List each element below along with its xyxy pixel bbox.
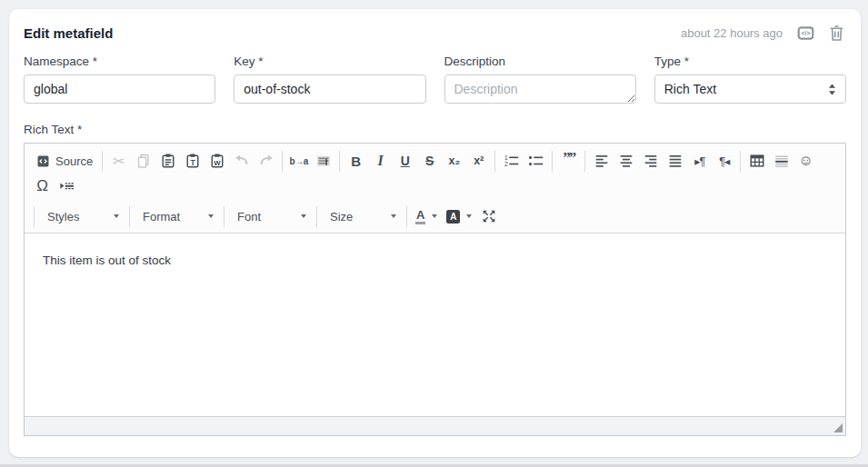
smiley-button[interactable]: ☺ (793, 149, 818, 173)
cut-button[interactable]: ✂ (106, 149, 131, 173)
source-button[interactable]: Source (30, 149, 98, 173)
justify-icon (667, 153, 683, 169)
rich-text-editor: Source ✂ T W (24, 143, 846, 436)
select-all-button[interactable] (311, 149, 335, 173)
copy-button[interactable] (131, 149, 155, 173)
align-center-button[interactable] (614, 149, 638, 173)
cut-icon: ✂ (113, 153, 125, 170)
editor-content-text: This item is out of stock (43, 253, 171, 267)
maximize-icon (481, 208, 497, 224)
paste-text-icon: T (185, 153, 201, 169)
namespace-label: Namespace * (24, 55, 215, 68)
toolbar-separator (224, 206, 224, 227)
text-direction-ltr-button[interactable]: ▸¶ (687, 149, 712, 173)
underline-button[interactable]: U (393, 149, 417, 173)
paste-icon (160, 153, 176, 169)
namespace-field-group: Namespace * (24, 55, 215, 107)
toolbar-separator (494, 151, 495, 172)
paste-button[interactable] (155, 149, 180, 173)
bold-icon: B (351, 154, 361, 169)
blockquote-button[interactable]: ”” (556, 149, 581, 173)
strikethrough-button[interactable]: S (417, 149, 442, 173)
chevron-down-icon (432, 214, 437, 218)
underline-icon: U (401, 154, 410, 168)
paste-plain-text-button[interactable]: T (180, 149, 205, 173)
type-select[interactable]: Rich Text (654, 75, 846, 104)
replace-button[interactable]: b→a (286, 149, 311, 173)
redo-icon (258, 153, 274, 169)
align-right-icon (643, 153, 659, 169)
editor-resize-handle[interactable] (833, 423, 843, 432)
select-all-icon (315, 153, 332, 169)
background-color-icon: A (446, 210, 460, 224)
editor-content[interactable]: This item is out of stock (25, 234, 845, 416)
toolbar-separator (584, 151, 585, 172)
rich-text-label: Rich Text * (24, 123, 846, 136)
svg-text:1: 1 (504, 154, 508, 161)
bulleted-list-button[interactable] (524, 149, 548, 173)
background-color-button[interactable]: A (442, 204, 476, 228)
chevron-down-icon (466, 214, 472, 218)
page-title: Edit metafield (24, 25, 113, 41)
namespace-input[interactable] (24, 75, 215, 104)
last-updated-timestamp: about 22 hours ago (681, 26, 783, 40)
text-direction-rtl-button[interactable]: ¶◂ (712, 149, 736, 173)
source-icon (35, 154, 51, 169)
format-combo[interactable]: Format (134, 204, 220, 228)
replace-icon: b→a (290, 156, 308, 166)
horizontal-rule-icon (773, 153, 790, 169)
size-combo[interactable]: Size (321, 204, 403, 228)
chevron-down-icon (391, 214, 396, 218)
maximize-button[interactable] (476, 204, 501, 228)
strikethrough-icon: S (425, 154, 434, 168)
toolbar-separator (129, 206, 130, 227)
undo-button[interactable] (229, 149, 254, 173)
align-center-icon (618, 153, 634, 169)
styles-combo[interactable]: Styles (38, 204, 125, 228)
toolbar-separator (316, 206, 317, 227)
undo-icon (234, 153, 250, 169)
key-label: Key * (234, 55, 425, 68)
rtl-icon: ¶◂ (719, 154, 729, 168)
subscript-button[interactable]: x₂ (442, 149, 466, 173)
italic-button[interactable]: I (368, 149, 393, 173)
superscript-icon: x² (474, 154, 484, 167)
view-code-icon[interactable]: </> (796, 24, 815, 43)
bulleted-list-icon (528, 153, 544, 169)
key-field-group: Key * (234, 55, 425, 107)
key-input[interactable] (234, 75, 425, 104)
editor-footer (25, 416, 845, 435)
toolbar-row-3: Styles Format Font Size (30, 204, 840, 229)
justify-button[interactable] (663, 149, 687, 173)
horizontal-rule-button[interactable] (769, 149, 793, 173)
ltr-icon: ▸¶ (694, 154, 704, 168)
font-combo[interactable]: Font (228, 204, 313, 228)
subscript-icon: x₂ (448, 154, 460, 167)
toolbar-row-2: Ω (30, 174, 840, 199)
redo-button[interactable] (254, 149, 278, 173)
editor-toolbar: Source ✂ T W (25, 144, 845, 234)
align-right-button[interactable] (638, 149, 663, 173)
italic-icon: I (378, 153, 384, 169)
paste-word-icon: W (209, 153, 225, 169)
svg-text:</>: </> (802, 30, 811, 36)
toolbar-separator (34, 206, 35, 227)
toolbar-separator (102, 151, 103, 172)
align-left-button[interactable] (589, 149, 614, 173)
delete-metafield-icon[interactable] (827, 24, 846, 43)
superscript-button[interactable]: x² (466, 149, 491, 173)
card-header: Edit metafield about 22 hours ago </> (24, 23, 846, 43)
description-field-group: Description (444, 55, 636, 107)
page-break-button[interactable] (55, 174, 79, 198)
type-select-value: Rich Text (664, 82, 828, 96)
bold-button[interactable]: B (344, 149, 368, 173)
numbered-list-button[interactable]: 12 (499, 149, 524, 173)
toolbar-separator (740, 151, 741, 172)
paste-from-word-button[interactable]: W (205, 149, 229, 173)
metafield-fields-row: Namespace * Key * Description Type * Ric… (24, 55, 846, 107)
text-color-icon: A (415, 209, 425, 224)
special-character-button[interactable]: Ω (30, 174, 55, 198)
description-input[interactable] (444, 75, 636, 104)
text-color-button[interactable]: A (411, 204, 442, 228)
insert-table-button[interactable] (744, 149, 769, 173)
